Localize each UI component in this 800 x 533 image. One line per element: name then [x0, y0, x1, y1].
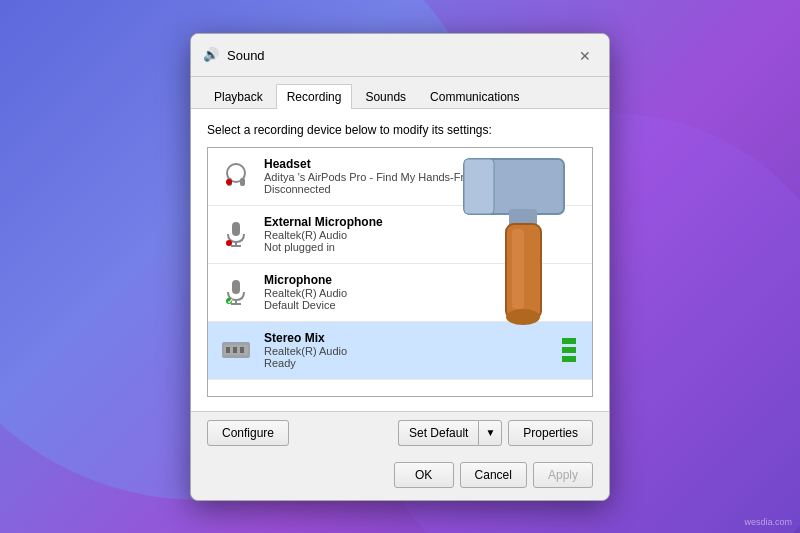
svg-rect-2 — [240, 178, 245, 186]
microphone-driver: Realtek(R) Audio — [264, 287, 582, 299]
title-bar-left: 🔊 Sound — [203, 47, 265, 65]
apply-button[interactable]: Apply — [533, 462, 593, 488]
svg-point-7 — [226, 240, 232, 246]
device-item-headset[interactable]: Headset Aditya 's AirPods Pro - Find My … — [208, 148, 592, 206]
cancel-button[interactable]: Cancel — [460, 462, 527, 488]
ok-button[interactable]: OK — [394, 462, 454, 488]
stereo-mix-device-icon — [218, 332, 254, 368]
ext-mic-info: External Microphone Realtek(R) Audio Not… — [264, 215, 582, 253]
sound-icon: 🔊 — [203, 47, 221, 65]
svg-rect-16 — [233, 347, 237, 353]
tab-recording[interactable]: Recording — [276, 84, 353, 109]
set-default-group: Set Default ▼ — [398, 420, 502, 446]
ok-buttons-row: OK Cancel Apply — [191, 454, 609, 500]
ext-mic-name: External Microphone — [264, 215, 582, 229]
ext-mic-driver: Realtek(R) Audio — [264, 229, 582, 241]
tab-communications[interactable]: Communications — [419, 84, 530, 109]
headset-info: Headset Aditya 's AirPods Pro - Find My … — [264, 157, 582, 195]
tab-playback[interactable]: Playback — [203, 84, 274, 109]
headset-name: Headset — [264, 157, 582, 171]
ext-mic-device-icon — [218, 216, 254, 252]
set-default-dropdown-button[interactable]: ▼ — [478, 420, 502, 446]
stereo-mix-driver: Realtek(R) Audio — [264, 345, 562, 357]
ext-mic-status: Not plugged in — [264, 241, 582, 253]
headset-driver: Aditya 's AirPods Pro - Find My Hands-Fr… — [264, 171, 582, 183]
microphone-device-icon: ✓ — [218, 274, 254, 310]
stereo-mix-status: Ready — [264, 357, 562, 369]
svg-point-3 — [226, 179, 232, 185]
svg-rect-4 — [232, 222, 240, 236]
svg-rect-15 — [226, 347, 230, 353]
microphone-info: Microphone Realtek(R) Audio Default Devi… — [264, 273, 582, 311]
title-bar: 🔊 Sound ✕ — [191, 34, 609, 77]
stereo-mix-info: Stereo Mix Realtek(R) Audio Ready — [264, 331, 562, 369]
level-bar-3 — [562, 356, 576, 362]
right-action-buttons: Set Default ▼ Properties — [398, 420, 593, 446]
content-area: Select a recording device below to modif… — [191, 109, 609, 411]
sound-dialog: 🔊 Sound ✕ Playback Recording Sounds Comm… — [190, 33, 610, 501]
level-bar-1 — [562, 338, 576, 344]
svg-rect-17 — [240, 347, 244, 353]
device-item-stereo-mix[interactable]: Stereo Mix Realtek(R) Audio Ready — [208, 322, 592, 380]
svg-rect-8 — [232, 280, 240, 294]
dialog-title: Sound — [227, 48, 265, 63]
microphone-status: Default Device — [264, 299, 582, 311]
microphone-name: Microphone — [264, 273, 582, 287]
set-default-button[interactable]: Set Default — [398, 420, 478, 446]
properties-button[interactable]: Properties — [508, 420, 593, 446]
headset-status: Disconnected — [264, 183, 582, 195]
tabs-bar: Playback Recording Sounds Communications — [191, 77, 609, 109]
device-item-microphone[interactable]: ✓ Microphone Realtek(R) Audio Default De… — [208, 264, 592, 322]
svg-text:✓: ✓ — [227, 297, 234, 306]
level-indicator — [562, 338, 576, 362]
instruction-text: Select a recording device below to modif… — [207, 123, 593, 137]
watermark: wesdia.com — [744, 517, 792, 527]
action-buttons-row: Configure Set Default ▼ Properties — [191, 411, 609, 454]
headset-device-icon — [218, 158, 254, 194]
level-bar-2 — [562, 347, 576, 353]
stereo-mix-name: Stereo Mix — [264, 331, 562, 345]
tab-sounds[interactable]: Sounds — [354, 84, 417, 109]
device-list[interactable]: Headset Aditya 's AirPods Pro - Find My … — [207, 147, 593, 397]
device-item-ext-mic[interactable]: External Microphone Realtek(R) Audio Not… — [208, 206, 592, 264]
close-button[interactable]: ✕ — [573, 44, 597, 68]
configure-button[interactable]: Configure — [207, 420, 289, 446]
